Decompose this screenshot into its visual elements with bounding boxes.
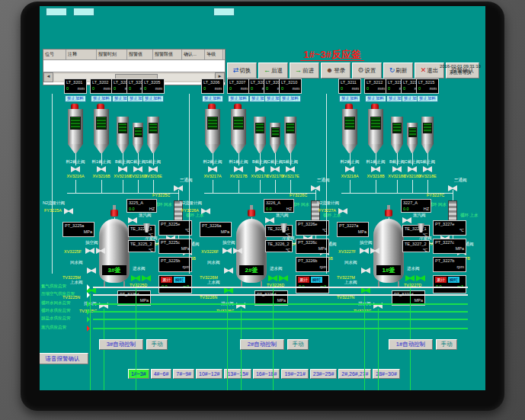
valve-steam[interactable] [128, 217, 137, 223]
valve-inlet[interactable] [142, 275, 151, 281]
shutoff-valve[interactable] [97, 166, 106, 172]
pipe-header-line [93, 287, 468, 288]
instrument-unit: MPa [140, 297, 149, 303]
totalizer-instant-label[interactable]: 瞬时 [311, 277, 322, 283]
login-icon: ☻ [326, 67, 333, 74]
n2-flow-valve[interactable] [201, 208, 210, 214]
top-partial-label [213, 8, 235, 16]
instrument-row: MPa [200, 229, 231, 235]
instrument-row: rpm [159, 264, 191, 270]
manual-button[interactable]: 手动 [146, 339, 168, 350]
toolbar-button-label: 设置 [365, 67, 376, 75]
page-tab[interactable]: 2#,26#,27# [338, 369, 371, 379]
tank-level-row: 0mm [365, 85, 386, 91]
toolbar-forward-button[interactable]: →前进 [290, 63, 319, 79]
tank-level-box: LT_32100mm [279, 79, 302, 94]
feed-inhibit-button[interactable]: 禁止加料 [65, 95, 86, 102]
toolbar-settings-button[interactable]: ⚙设置 [352, 63, 382, 79]
shutoff-valve[interactable] [208, 166, 217, 172]
feed-inhibit-button[interactable]: 禁止加料 [142, 95, 164, 102]
shutoff-valve[interactable] [423, 166, 432, 172]
n2-flow-valve[interactable] [338, 208, 347, 214]
page-tab[interactable]: 16#~18# [253, 369, 280, 379]
feed-inhibit-button[interactable]: 禁止加料 [280, 95, 301, 102]
auto-control-button[interactable]: 1#自动控制 [389, 339, 433, 350]
page-tab[interactable]: 1#~3# [128, 369, 149, 379]
valve-inlet[interactable] [405, 275, 415, 281]
instrument-box: PT_3227brpm [433, 257, 466, 272]
shutoff-valve[interactable] [345, 166, 354, 172]
water-pipe [136, 283, 136, 390]
toolbar-switch-button[interactable]: ⇄切换 [227, 63, 257, 79]
tank-outlet-pipe [376, 180, 376, 193]
feed-inhibit-button[interactable]: 禁止加料 [202, 95, 223, 102]
feed-inhibit-button[interactable]: 禁止加料 [339, 95, 360, 102]
instrument-tag: PT_3226b [296, 258, 328, 264]
valve-supply[interactable] [361, 287, 370, 293]
page-tab[interactable]: 10#~12# [196, 369, 222, 379]
valve-inlet[interactable] [279, 275, 288, 281]
manual-button[interactable]: 手动 [287, 339, 309, 350]
totalizer-instant-label[interactable]: 瞬时 [174, 277, 185, 283]
valve-inlet[interactable] [416, 275, 425, 281]
page-tab[interactable]: 13#~15# [224, 369, 251, 379]
shutoff-valve[interactable] [234, 166, 243, 172]
valve-vacuum[interactable] [85, 248, 94, 254]
valve-return[interactable] [361, 268, 370, 274]
totalizer-total-label[interactable]: 累计 [161, 277, 172, 283]
auto-control-button[interactable]: 3#自动控制 [99, 339, 143, 350]
valve-inlet[interactable] [131, 275, 140, 281]
agitator-motor [110, 210, 118, 216]
shutoff-valve[interactable] [371, 166, 380, 172]
valve-return[interactable] [224, 268, 233, 274]
shutoff-valve[interactable] [286, 166, 295, 172]
page-tab[interactable]: 23#~25# [310, 369, 337, 379]
tank-level-tag: LT_3211 [339, 79, 360, 85]
instrument-row: MPa [392, 297, 424, 303]
page-tab[interactable]: 28#~30# [373, 369, 399, 379]
feed-inhibit-button[interactable]: 禁止加料 [91, 95, 112, 102]
feed-inhibit-button[interactable]: 禁止加料 [417, 95, 438, 102]
valve-label-return: 回水阀 [344, 260, 357, 265]
tank-level-value: 0 [203, 85, 206, 91]
scroll-left-icon[interactable]: ◄ [43, 72, 53, 82]
valve-steam[interactable] [265, 217, 274, 223]
toolbar-refresh-button[interactable]: ↻刷新 [383, 63, 413, 79]
toolbar-back-button[interactable]: ←后退 [258, 63, 288, 79]
n2-flow-valve[interactable] [64, 208, 73, 214]
page-tab[interactable]: 7#~9# [173, 369, 194, 379]
instrument-box: 3227_A0.0HZ [401, 199, 431, 213]
shutoff-valve[interactable] [149, 166, 158, 172]
valve-vacuum[interactable] [222, 248, 232, 254]
valve-supply[interactable] [224, 287, 233, 293]
totalizer-instant-label[interactable]: 瞬时 [448, 277, 459, 283]
tank-outlet-pipe [260, 180, 261, 193]
totalizer-modes: 累计瞬时 [159, 276, 191, 284]
instrument-row: ℃ [129, 247, 155, 252]
manual-button[interactable]: 手动 [436, 339, 457, 350]
auto-control-button[interactable]: 2#自动控制 [240, 339, 284, 350]
feed-inhibit-button[interactable]: 禁止加料 [228, 95, 249, 102]
valve-vacuum[interactable] [360, 248, 369, 254]
toolbar-login-button[interactable]: ☻登录 [321, 63, 351, 79]
page-tab[interactable]: 19#~21# [281, 369, 308, 379]
instrument-box: TE_3225_1℃ [128, 225, 155, 237]
voice-alarm-ack-button[interactable]: 语音报警确认 [40, 353, 88, 364]
feed-inhibit-button[interactable]: 禁止加料 [365, 95, 386, 102]
valve-return[interactable] [87, 268, 96, 274]
page-tab[interactable]: 4#~6# [151, 369, 172, 379]
totalizer-total-label[interactable]: 累计 [435, 277, 447, 283]
instrument-box: PT_3227e℃ [433, 220, 466, 236]
shutoff-valve[interactable] [71, 166, 80, 172]
valve-steam[interactable] [402, 217, 411, 223]
instrument-row: MPa [63, 229, 94, 235]
instrument-unit: MPa [221, 229, 229, 235]
instrument-unit: rpm [457, 264, 464, 270]
instrument-box: TE_3227_1℃ [402, 225, 430, 237]
totalizer-total-label[interactable]: 累计 [298, 277, 309, 283]
valve-label-inlet: 进水阀 [270, 266, 283, 271]
valve-inlet[interactable] [268, 275, 277, 281]
tank-level-unit: mm [352, 85, 359, 91]
tank-outlet-pipe [75, 180, 76, 193]
toolbar-button-label: 后退 [271, 67, 283, 75]
